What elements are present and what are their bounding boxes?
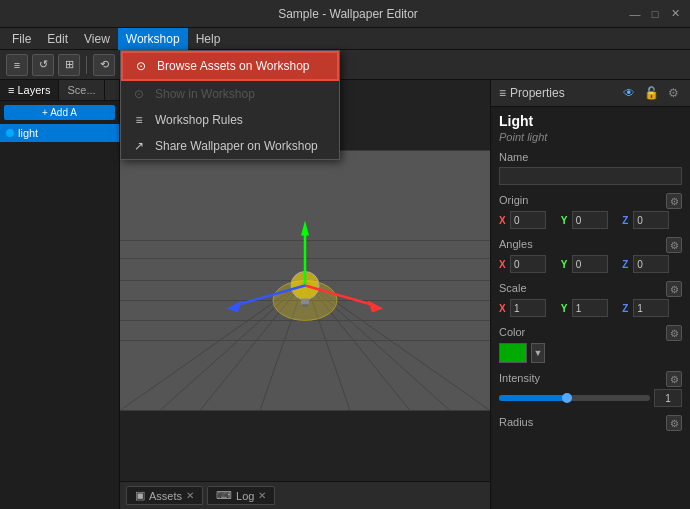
toolbar-separator-1: [86, 56, 87, 74]
object-subtype: Point light: [499, 131, 682, 143]
assets-icon: ▣: [135, 489, 145, 502]
intensity-slider-track[interactable]: [499, 395, 650, 401]
origin-fields: X Y Z: [499, 211, 682, 229]
toolbar-grid-icon[interactable]: ⊞: [58, 54, 80, 76]
origin-x-input[interactable]: [510, 211, 546, 229]
dropdown-label-rules: Workshop Rules: [155, 113, 243, 127]
toolbar-undo-icon[interactable]: ⟲: [93, 54, 115, 76]
dropdown-item-show: ⊙ Show in Workshop: [121, 81, 339, 107]
rules-icon: ≡: [131, 112, 147, 128]
workshop-dropdown: ⊙ Browse Assets on Workshop ⊙ Show in Wo…: [120, 50, 340, 160]
angles-y-group: Y: [561, 255, 621, 273]
object-type: Light: [499, 113, 682, 129]
settings-icon[interactable]: ⚙: [664, 84, 682, 102]
left-panel: ≡ Layers Sce... + Add A light: [0, 80, 120, 509]
angles-x-input[interactable]: [510, 255, 546, 273]
tab-scene[interactable]: Sce...: [59, 80, 104, 100]
menu-view[interactable]: View: [76, 28, 118, 50]
svg-rect-17: [301, 299, 309, 305]
origin-z-input[interactable]: [633, 211, 669, 229]
scale-x-group: X: [499, 299, 559, 317]
steam-icon-browse: ⊙: [133, 58, 149, 74]
origin-y-input[interactable]: [572, 211, 608, 229]
menu-help[interactable]: Help: [188, 28, 229, 50]
window-controls: — □ ✕: [628, 7, 682, 21]
layers-icon: ≡: [8, 84, 14, 96]
prop-name-header: Name: [499, 151, 682, 165]
angles-gear[interactable]: ⚙: [666, 237, 682, 253]
scale-label: Scale: [499, 282, 527, 294]
prop-color: Color ⚙ ▼: [499, 325, 682, 363]
prop-origin: Origin ⚙ X Y Z: [499, 193, 682, 229]
origin-gear[interactable]: ⚙: [666, 193, 682, 209]
prop-origin-header: Origin ⚙: [499, 193, 682, 209]
intensity-slider-thumb[interactable]: [562, 393, 572, 403]
menu-edit[interactable]: Edit: [39, 28, 76, 50]
tab-log[interactable]: ⌨ Log ✕: [207, 486, 275, 505]
angles-x-group: X: [499, 255, 559, 273]
dropdown-label-share: Share Wallpaper on Workshop: [155, 139, 318, 153]
eye-icon[interactable]: 👁: [620, 84, 638, 102]
name-label: Name: [499, 151, 528, 163]
add-asset-button[interactable]: + Add A: [4, 105, 115, 120]
color-dropdown[interactable]: ▼: [531, 343, 545, 363]
prop-scale: Scale ⚙ X Y Z: [499, 281, 682, 317]
tab-assets[interactable]: ▣ Assets ✕: [126, 486, 203, 505]
radius-gear[interactable]: ⚙: [666, 415, 682, 431]
dropdown-item-rules[interactable]: ≡ Workshop Rules: [121, 107, 339, 133]
color-gear[interactable]: ⚙: [666, 325, 682, 341]
log-label: Log: [236, 490, 254, 502]
layer-label: light: [18, 127, 38, 139]
prop-angles: Angles ⚙ X Y Z: [499, 237, 682, 273]
angles-y-label: Y: [561, 259, 571, 270]
intensity-gear[interactable]: ⚙: [666, 371, 682, 387]
scale-x-label: X: [499, 303, 509, 314]
angles-y-input[interactable]: [572, 255, 608, 273]
properties-title: Properties: [510, 86, 565, 100]
assets-close-icon[interactable]: ✕: [186, 490, 194, 501]
maximize-button[interactable]: □: [648, 7, 662, 21]
close-button[interactable]: ✕: [668, 7, 682, 21]
share-icon: ↗: [131, 138, 147, 154]
minimize-button[interactable]: —: [628, 7, 642, 21]
properties-header: ≡ Properties 👁 🔓 ⚙: [491, 80, 690, 107]
toolbar: ≡ ↺ ⊞ ⟲ ⊙: [0, 50, 690, 80]
color-label: Color: [499, 326, 525, 338]
dropdown-item-share[interactable]: ↗ Share Wallpaper on Workshop: [121, 133, 339, 159]
prop-scale-header: Scale ⚙: [499, 281, 682, 297]
angles-z-input[interactable]: [633, 255, 669, 273]
scale-z-input[interactable]: [633, 299, 669, 317]
tab-layers[interactable]: ≡ Layers: [0, 80, 59, 100]
scale-y-input[interactable]: [572, 299, 608, 317]
origin-x-label: X: [499, 215, 509, 226]
scale-x-input[interactable]: [510, 299, 546, 317]
toolbar-refresh-icon[interactable]: ↺: [32, 54, 54, 76]
scale-gear[interactable]: ⚙: [666, 281, 682, 297]
prop-radius-header: Radius ⚙: [499, 415, 682, 431]
angles-z-group: Z: [622, 255, 682, 273]
window-title: Sample - Wallpaper Editor: [68, 7, 628, 21]
svg-rect-18: [302, 305, 308, 307]
scale-z-label: Z: [622, 303, 632, 314]
toolbar-layers-icon[interactable]: ≡: [6, 54, 28, 76]
name-input[interactable]: [499, 167, 682, 185]
intensity-value-input[interactable]: [654, 389, 682, 407]
lock-icon[interactable]: 🔓: [642, 84, 660, 102]
radius-label: Radius: [499, 416, 533, 428]
prop-intensity: Intensity ⚙: [499, 371, 682, 407]
angles-label: Angles: [499, 238, 533, 250]
menu-workshop[interactable]: Workshop: [118, 28, 188, 50]
color-swatch-row: ▼: [499, 343, 682, 363]
color-swatch[interactable]: [499, 343, 527, 363]
layer-item-light[interactable]: light: [0, 124, 119, 142]
scale-y-group: Y: [561, 299, 621, 317]
intensity-label: Intensity: [499, 372, 540, 384]
log-close-icon[interactable]: ✕: [258, 490, 266, 501]
intensity-slider-fill: [499, 395, 567, 401]
menu-file[interactable]: File: [4, 28, 39, 50]
right-panel: ≡ Properties 👁 🔓 ⚙ Light Point light Nam…: [490, 80, 690, 509]
title-bar: Sample - Wallpaper Editor — □ ✕: [0, 0, 690, 28]
dropdown-item-browse[interactable]: ⊙ Browse Assets on Workshop: [121, 51, 339, 81]
angles-z-label: Z: [622, 259, 632, 270]
intensity-slider-row: [499, 389, 682, 407]
